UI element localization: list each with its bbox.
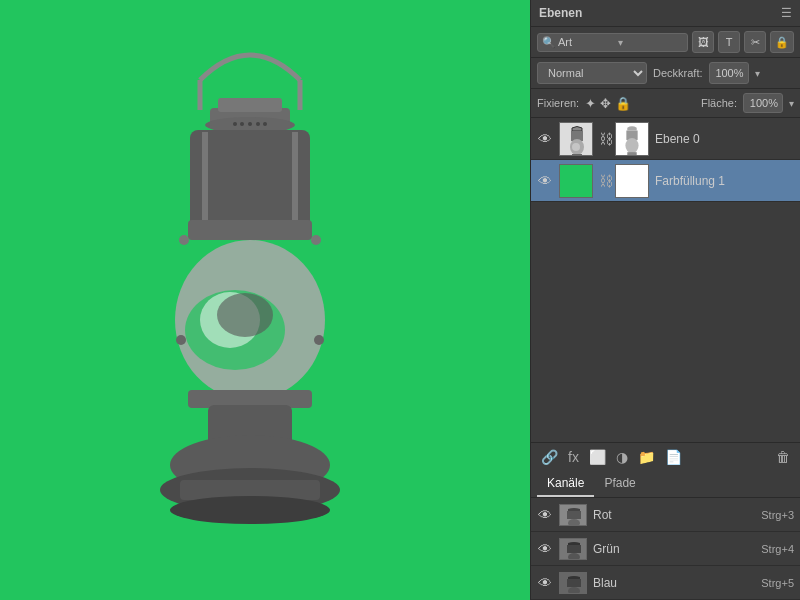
svg-point-24 [179,235,189,245]
panel-menu-icon[interactable]: ☰ [781,6,792,20]
tab-pfade[interactable]: Pfade [594,471,645,497]
adjustment-icon[interactable]: ◑ [614,447,630,467]
fix-lock-icon[interactable]: 🔒 [615,96,631,111]
panel-header-icons: ☰ [781,6,792,20]
layer-item-farbfullung1[interactable]: 👁 ⛓ Farbfüllung 1 [531,160,800,202]
channel-name-blau: Blau [593,576,755,590]
svg-rect-13 [188,220,312,240]
channel-shortcut-blau: Strg+5 [761,577,794,589]
svg-point-25 [311,235,321,245]
svg-point-9 [263,122,267,126]
flache-arrow: ▾ [789,98,794,109]
svg-point-27 [314,335,324,345]
opacity-input[interactable] [709,62,749,84]
channel-item-gruen[interactable]: 👁 Grün Strg+4 [531,532,800,566]
channel-item-blau[interactable]: 👁 Blau Strg+5 [531,566,800,600]
blend-opacity-row: Normal Deckkraft: ▾ [531,58,800,89]
channel-shortcut-gruen: Strg+4 [761,543,794,555]
layer-eye-ebene0[interactable]: 👁 [537,131,553,147]
layer-name-farbfullung1: Farbfüllung 1 [655,174,794,188]
flache-input[interactable] [743,93,783,113]
svg-rect-36 [627,152,636,155]
layer-link-farbfullung1: ⛓ [599,173,609,189]
layer-thumb-ebene0 [559,122,593,156]
layer-item-ebene0[interactable]: 👁 ⛓ [531,118,800,160]
text-filter-icon[interactable]: T [718,31,740,53]
fix-icons: ✦ ✥ 🔒 [585,96,695,111]
smart-filter-icon[interactable]: 🔒 [770,31,794,53]
svg-point-23 [170,496,330,524]
lantern-image [60,20,440,580]
fx-icon[interactable]: fx [566,447,581,467]
svg-point-31 [572,143,580,151]
flache-label: Fläche: [701,97,737,109]
svg-rect-32 [572,154,582,156]
fix-move-icon[interactable]: ✥ [600,96,611,111]
svg-point-5 [233,122,237,126]
svg-rect-41 [567,545,581,553]
canvas-area [0,0,530,600]
filter-toolbar: 🔍 ▾ 🖼 T ✂ 🔒 [531,27,800,58]
channel-thumb-rot [559,504,587,526]
channel-item-rot[interactable]: 👁 Rot Strg+3 [531,498,800,532]
mask-icon[interactable]: ⬜ [587,447,608,467]
layers-panel: Ebenen ☰ 🔍 ▾ 🖼 T ✂ 🔒 Normal Deckkraft: ▾… [530,0,800,600]
layer-eye-farbfullung1[interactable]: 👁 [537,173,553,189]
channel-name-gruen: Grün [593,542,755,556]
svg-point-8 [256,122,260,126]
new-layer-icon[interactable]: 📄 [663,447,684,467]
layer-thumb-farbfullung1 [559,164,593,198]
opacity-arrow: ▾ [755,68,760,79]
tab-kanale[interactable]: Kanäle [537,471,594,497]
svg-point-7 [248,122,252,126]
panel-title: Ebenen [539,6,582,20]
svg-point-6 [240,122,244,126]
opacity-label: Deckkraft: [653,67,703,79]
blend-mode-select[interactable]: Normal [537,62,647,84]
image-filter-icon[interactable]: 🖼 [692,31,714,53]
layer-mask-ebene0 [615,122,649,156]
fix-position-icon[interactable]: ✦ [585,96,596,111]
svg-rect-3 [218,98,282,112]
svg-rect-38 [567,511,581,519]
channel-eye-blau[interactable]: 👁 [537,575,553,591]
search-icon: 🔍 [542,36,556,49]
delete-layer-icon[interactable]: 🗑 [774,447,792,467]
svg-point-26 [176,335,186,345]
layer-link-ebene0: ⛓ [599,131,609,147]
adjust-filter-icon[interactable]: ✂ [744,31,766,53]
kanale-pfade-tabs: Kanäle Pfade [531,471,800,498]
channel-name-rot: Rot [593,508,755,522]
channel-list: 👁 Rot Strg+3 👁 [531,498,800,600]
channel-thumb-gruen [559,538,587,560]
layer-mask-farbfullung1 [615,164,649,198]
filter-input[interactable] [558,36,618,48]
fixieren-row: Fixieren: ✦ ✥ 🔒 Fläche: ▾ [531,89,800,118]
search-box[interactable]: 🔍 ▾ [537,33,688,52]
svg-point-35 [625,138,638,153]
svg-rect-44 [567,579,581,587]
layer-name-ebene0: Ebene 0 [655,132,794,146]
channel-shortcut-rot: Strg+3 [761,509,794,521]
panel-header: Ebenen ☰ [531,0,800,27]
filter-dropdown-arrow: ▾ [618,37,623,48]
channel-eye-rot[interactable]: 👁 [537,507,553,523]
channel-eye-gruen[interactable]: 👁 [537,541,553,557]
channel-thumb-blau [559,572,587,594]
layers-list: 👁 ⛓ [531,118,800,442]
folder-icon[interactable]: 📁 [636,447,657,467]
svg-point-17 [217,293,273,337]
fixieren-label: Fixieren: [537,97,579,109]
layer-bottom-bar: 🔗 fx ⬜ ◑ 📁 📄 🗑 [531,442,800,471]
link-layers-icon[interactable]: 🔗 [539,447,560,467]
